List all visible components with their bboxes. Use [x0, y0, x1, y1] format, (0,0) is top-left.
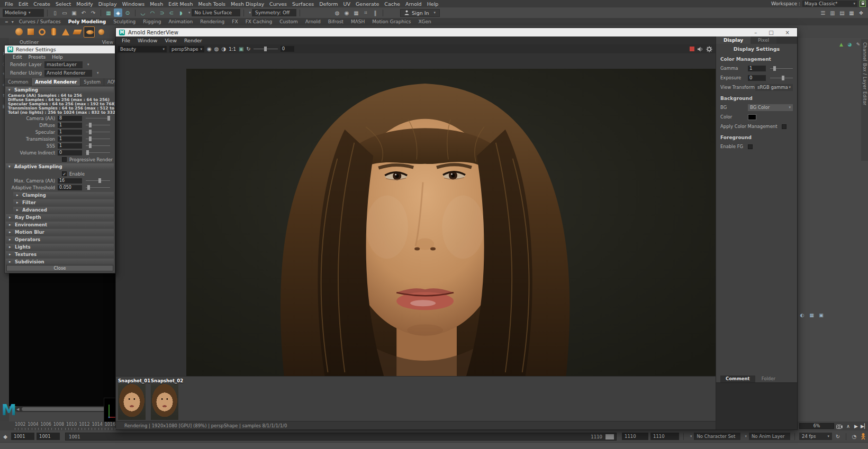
- symmetry-field[interactable]: Symmetry: Off: [252, 9, 296, 16]
- bg-mode-dropdown[interactable]: BG Color▾: [748, 104, 793, 111]
- collapsed-section-header[interactable]: Motion Blur: [6, 229, 114, 235]
- renderview-titlebar[interactable]: M Arnold RenderView – □ ×: [116, 28, 797, 36]
- collapsed-section-header[interactable]: Textures: [6, 251, 114, 258]
- refresh-render-icon[interactable]: ↻: [246, 47, 250, 52]
- pencil-icon[interactable]: ✎: [855, 41, 861, 47]
- color-swatch-icon[interactable]: ◑: [221, 47, 226, 52]
- field-slider[interactable]: [86, 122, 110, 128]
- field-input[interactable]: 1: [58, 143, 82, 149]
- view-transform-dropdown[interactable]: sRGB gamma▾: [755, 84, 793, 91]
- menu-item[interactable]: UV: [341, 1, 353, 7]
- menu-item[interactable]: Mesh: [147, 1, 166, 7]
- playback-start-field[interactable]: 1001: [37, 433, 60, 440]
- shelf-tab[interactable]: Arnold: [302, 19, 324, 24]
- collapsed-section-header[interactable]: Advanced: [13, 207, 114, 213]
- region-render-icon[interactable]: ▣: [239, 47, 243, 52]
- snap-surface-icon[interactable]: ⊃: [158, 8, 166, 17]
- shelf-tab[interactable]: Custom: [276, 19, 301, 24]
- pause-icon[interactable]: ‖: [371, 8, 379, 17]
- stop-render-icon[interactable]: [690, 47, 694, 51]
- slider-handle[interactable]: [86, 150, 89, 155]
- time-editor-icon[interactable]: ◕: [847, 41, 853, 47]
- menu-item[interactable]: Mesh Tools: [196, 1, 228, 7]
- progressive-render-checkbox[interactable]: [62, 157, 67, 162]
- field-input[interactable]: 1: [58, 130, 82, 135]
- undo-icon[interactable]: ↶: [79, 8, 88, 17]
- shelf-tab[interactable]: FX: [228, 19, 241, 24]
- chevron-down-icon[interactable]: ▾: [745, 434, 747, 438]
- menu-item[interactable]: Help: [49, 54, 66, 60]
- shelf-tab[interactable]: Rendering: [196, 19, 228, 24]
- menu-item[interactable]: Modify: [74, 1, 95, 7]
- menu-item[interactable]: Select: [53, 1, 74, 7]
- settings-gear-icon[interactable]: [706, 46, 712, 52]
- render-canvas[interactable]: [116, 53, 716, 376]
- character-set-dropdown[interactable]: No Character Set: [694, 433, 740, 440]
- poly-torus-icon[interactable]: [37, 27, 47, 37]
- menu-item[interactable]: Edit: [16, 1, 31, 7]
- panel-tab[interactable]: Comment: [720, 375, 755, 382]
- collapsed-section-header[interactable]: Subdivision: [6, 259, 114, 264]
- live-surface-field[interactable]: No Live Surface: [192, 9, 240, 16]
- range-slider[interactable]: 1001 1110: [65, 433, 617, 441]
- display-channels-icon[interactable]: ◍: [214, 47, 219, 52]
- adaptive-sampling-section-header[interactable]: Adaptive Sampling: [6, 163, 114, 170]
- viewport-left[interactable]: [9, 273, 115, 406]
- shelf-tab[interactable]: Bifrost: [324, 19, 347, 24]
- menu-item[interactable]: File: [118, 38, 134, 43]
- snap-to-grid-icon[interactable]: ▦: [104, 8, 113, 17]
- field-slider[interactable]: [86, 185, 110, 190]
- range-end-label[interactable]: 1110: [591, 434, 602, 439]
- menu-item[interactable]: Presets: [25, 54, 48, 60]
- comment-box[interactable]: [716, 382, 797, 429]
- menu-item[interactable]: File: [2, 1, 16, 7]
- slider-handle[interactable]: [89, 143, 92, 148]
- slider-handle[interactable]: [89, 130, 92, 134]
- poly-cylinder-icon[interactable]: [49, 27, 59, 37]
- menu-item[interactable]: Deform: [317, 1, 340, 7]
- chevron-down-icon[interactable]: ▾: [188, 11, 191, 15]
- menu-item[interactable]: Create: [31, 1, 53, 7]
- menu-item[interactable]: Help: [424, 1, 441, 7]
- shelf-menu-icon[interactable]: ≡: [3, 20, 10, 24]
- snapshot-thumbnail[interactable]: Snapshot_01: [118, 378, 146, 420]
- range-start-label[interactable]: 1001: [69, 434, 80, 439]
- shelf-tab[interactable]: Poly Modeling: [65, 19, 110, 24]
- sampling-section-header[interactable]: Sampling: [6, 87, 114, 93]
- new-scene-icon[interactable]: ▯: [51, 8, 59, 17]
- snapshot-image[interactable]: [151, 384, 178, 420]
- menu-item[interactable]: Cache: [382, 1, 403, 7]
- selected-shelf-slot[interactable]: [84, 26, 95, 38]
- playback-end-field[interactable]: 1110: [622, 433, 648, 440]
- gamma-slider[interactable]: [770, 66, 793, 71]
- field-input[interactable]: 8: [58, 116, 82, 121]
- field-slider[interactable]: [86, 150, 110, 155]
- camera-dropdown[interactable]: perspShape▾: [169, 46, 204, 52]
- viewport-hscrollbar[interactable]: ◀ ▶: [15, 406, 113, 412]
- animation-end-field[interactable]: 1110: [650, 433, 679, 440]
- workspace-dropdown[interactable]: Maya Classic*▾: [802, 1, 857, 7]
- aov-dropdown[interactable]: Beauty▾: [118, 46, 167, 52]
- slider-handle[interactable]: [98, 178, 101, 183]
- menu-item[interactable]: Curves: [267, 1, 290, 7]
- poly-sphere-icon[interactable]: [14, 27, 24, 37]
- collapsed-section-header[interactable]: Lights: [6, 244, 114, 250]
- snapshot-image[interactable]: [118, 384, 146, 420]
- slider-handle[interactable]: [773, 66, 776, 71]
- menu-item[interactable]: Edit Mesh: [166, 1, 195, 7]
- save-scene-icon[interactable]: ▣: [70, 8, 78, 17]
- menu-item[interactable]: Display: [96, 1, 120, 7]
- open-scene-icon[interactable]: ▭: [60, 8, 69, 17]
- auto-keyframe-icon[interactable]: [860, 433, 866, 440]
- snap-to-curve-icon[interactable]: ◈: [114, 8, 122, 17]
- step-forward-icon[interactable]: ▶▏: [861, 423, 867, 429]
- collapsed-section-header[interactable]: Environment: [6, 222, 114, 228]
- settings-tab[interactable]: Common: [5, 78, 32, 86]
- menu-item[interactable]: Window: [134, 38, 161, 43]
- field-input[interactable]: 16: [58, 178, 82, 184]
- shelf-tab[interactable]: Motion Graphics: [368, 19, 414, 24]
- field-input[interactable]: 0.050: [58, 185, 82, 190]
- start-render-icon[interactable]: ◉: [207, 47, 212, 52]
- channel-box-toggle-icon[interactable]: ▤: [838, 8, 846, 17]
- make-live-icon[interactable]: ◗: [177, 8, 185, 17]
